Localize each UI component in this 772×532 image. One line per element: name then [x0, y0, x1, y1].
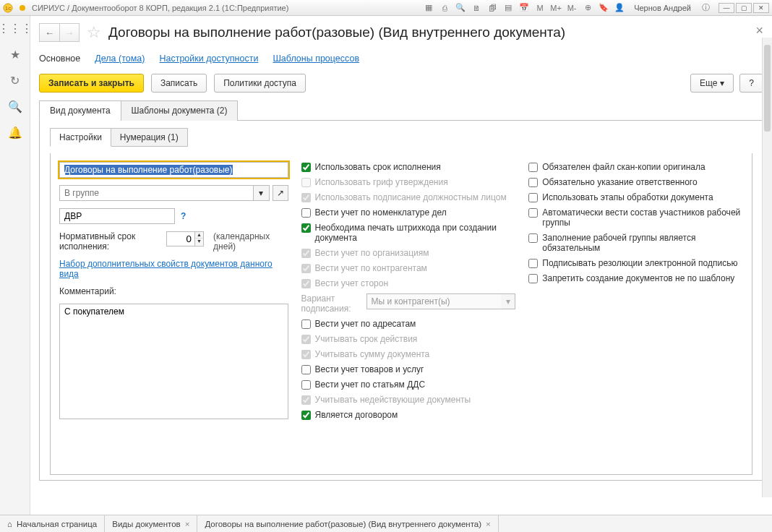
checkbox-option[interactable]: Использовать этапы обработки документа: [528, 192, 743, 202]
favorite-star-icon[interactable]: ☆: [87, 23, 101, 42]
content-area: ← → ☆ Договоры на выполнение работ(разов…: [30, 16, 772, 515]
scroll-thumb[interactable]: [764, 45, 771, 132]
task-home[interactable]: ⌂ Начальная страница: [0, 515, 105, 532]
checkbox-input[interactable]: [301, 319, 311, 329]
tab-doc-type[interactable]: Вид документа: [39, 100, 121, 121]
checkbox-option[interactable]: Подписывать резолюции электронной подпис…: [528, 258, 743, 268]
checkbox-option[interactable]: Необходима печать штрихкода при создании…: [301, 223, 516, 243]
checkbox-input[interactable]: [301, 163, 311, 172]
checkbox-input[interactable]: [528, 208, 538, 218]
name-input[interactable]: Договоры на выполнение работ(разовые): [59, 162, 288, 178]
comment-textarea[interactable]: С покупателем: [59, 304, 288, 419]
help-button[interactable]: ?: [739, 74, 763, 93]
task-doc-types[interactable]: Виды документов ×: [105, 515, 197, 532]
nav-back-button[interactable]: ←: [39, 23, 59, 42]
checkbox-option[interactable]: Запретить создание документов не по шабл…: [528, 273, 743, 283]
bell-icon[interactable]: 🔔: [9, 126, 22, 139]
checkbox-option: Использовать подписание должностным лицо…: [301, 192, 516, 202]
checkbox-input[interactable]: [301, 365, 311, 374]
checkbox-option[interactable]: Использовать срок исполнения: [301, 162, 516, 172]
checkbox-option: Вести учет по организациям: [301, 248, 516, 258]
nav-forward-button[interactable]: →: [59, 23, 80, 42]
bookmark-icon[interactable]: 🔖: [598, 2, 609, 14]
checkbox-label: Необходима печать штрихкода при создании…: [315, 223, 516, 243]
close-window-button[interactable]: ✕: [753, 3, 769, 13]
checkbox-option[interactable]: Вести учет по адресатам: [301, 319, 516, 329]
close-page-button[interactable]: ×: [755, 23, 763, 38]
checkbox-input[interactable]: [528, 193, 538, 202]
group-open-button[interactable]: ↗: [273, 185, 288, 201]
info-icon[interactable]: ⓘ: [700, 2, 711, 14]
checkbox-option[interactable]: Вести учет по номенклатуре дел: [301, 207, 516, 218]
checkbox-input[interactable]: [301, 208, 311, 218]
grid-icon[interactable]: ▤: [502, 2, 514, 14]
doc-icon[interactable]: 🗎: [471, 2, 482, 14]
code-help-icon[interactable]: ?: [181, 211, 186, 221]
search-icon[interactable]: 🔍: [455, 2, 466, 14]
zoom-icon[interactable]: ⊕: [582, 2, 593, 14]
checkbox-input[interactable]: [528, 233, 538, 243]
checkbox-label: Подписывать резолюции электронной подпис…: [542, 258, 737, 268]
calendar-icon[interactable]: 📅: [518, 2, 530, 14]
spin-up-button[interactable]: ▲: [195, 232, 203, 239]
checkbox-label: Учитывать сумму документа: [315, 349, 430, 359]
checkbox-option[interactable]: Обязательно указание ответственного: [528, 177, 743, 187]
print-icon[interactable]: ⎙: [439, 2, 450, 14]
checkbox-label: Обязателен файл скан-копии оригинала: [542, 162, 705, 172]
checkbox-input[interactable]: [528, 259, 538, 268]
norm-label: Нормативный срок исполнения:: [59, 231, 159, 252]
checkbox-input: [301, 193, 311, 202]
checkbox-input[interactable]: [301, 411, 311, 420]
checkbox-input[interactable]: [528, 274, 538, 283]
copy-icon[interactable]: 🗐: [486, 2, 498, 14]
checkbox-input[interactable]: [528, 178, 538, 187]
save-button[interactable]: Записать: [151, 74, 207, 93]
subnav-main[interactable]: Основное: [39, 53, 80, 64]
subnav-access[interactable]: Настройки доступности: [159, 53, 258, 64]
norm-spinner[interactable]: ▲▼: [166, 231, 206, 246]
minimize-button[interactable]: —: [719, 3, 734, 13]
tab-doc-templates[interactable]: Шаблоны документа (2): [121, 100, 239, 121]
group-dropdown-button[interactable]: ▾: [254, 185, 270, 201]
checkbox-option: Вести учет сторон: [301, 278, 516, 288]
addprops-link[interactable]: Набор дополнительных свойств документов …: [59, 259, 288, 279]
tool-icon[interactable]: ▦: [423, 2, 434, 14]
apps-icon[interactable]: ⋮⋮⋮: [9, 22, 22, 35]
mminus-button[interactable]: M-: [566, 2, 578, 14]
star-icon[interactable]: ★: [9, 48, 22, 61]
more-label: Еще: [700, 78, 717, 88]
spin-down-button[interactable]: ▼: [195, 239, 203, 245]
policies-button[interactable]: Политики доступа: [214, 74, 306, 93]
maximize-button[interactable]: ▢: [736, 3, 752, 13]
norm-value-input[interactable]: [166, 231, 195, 246]
group-select[interactable]: [59, 185, 254, 201]
search-side-icon[interactable]: 🔍: [9, 100, 22, 113]
checkbox-option[interactable]: Является договором: [301, 410, 516, 420]
vertical-scrollbar[interactable]: [762, 38, 772, 497]
checkbox-option: Учитывать недействующие документы: [301, 395, 516, 405]
checkbox-input[interactable]: [301, 223, 311, 233]
subnav-cases[interactable]: Дела (тома): [95, 53, 145, 64]
inner-tab-numbering[interactable]: Нумерация (1): [111, 128, 188, 147]
checkbox-option[interactable]: Обязателен файл скан-копии оригинала: [528, 162, 743, 172]
subnav-templates[interactable]: Шаблоны процессов: [273, 53, 359, 64]
code-input[interactable]: [59, 208, 175, 224]
checkbox-input[interactable]: [528, 163, 538, 172]
m-button[interactable]: M: [534, 2, 546, 14]
save-close-button[interactable]: Записать и закрыть: [39, 74, 144, 93]
task-current-doc[interactable]: Договоры на выполнение работ(разовые) (В…: [197, 515, 498, 532]
norm-unit: (календарных дней): [213, 231, 288, 252]
user-name[interactable]: Чернов Андрей: [634, 4, 691, 12]
checkbox-input[interactable]: [301, 380, 311, 390]
checkbox-option[interactable]: Заполнение рабочей группы является обяза…: [528, 233, 743, 253]
checkbox-label: Учитывать срок действия: [315, 334, 418, 344]
more-button[interactable]: Еще ▾: [690, 74, 734, 93]
mplus-button[interactable]: M+: [550, 2, 562, 14]
task-close-icon[interactable]: ×: [185, 520, 190, 528]
checkbox-option[interactable]: Вести учет по статьям ДДС: [301, 379, 516, 390]
task-close-icon[interactable]: ×: [486, 520, 491, 528]
history-icon[interactable]: ↻: [9, 74, 22, 87]
checkbox-option[interactable]: Вести учет товаров и услуг: [301, 364, 516, 374]
inner-tab-settings[interactable]: Настройки: [50, 128, 111, 147]
checkbox-option[interactable]: Автоматически вести состав участников ра…: [528, 207, 743, 228]
